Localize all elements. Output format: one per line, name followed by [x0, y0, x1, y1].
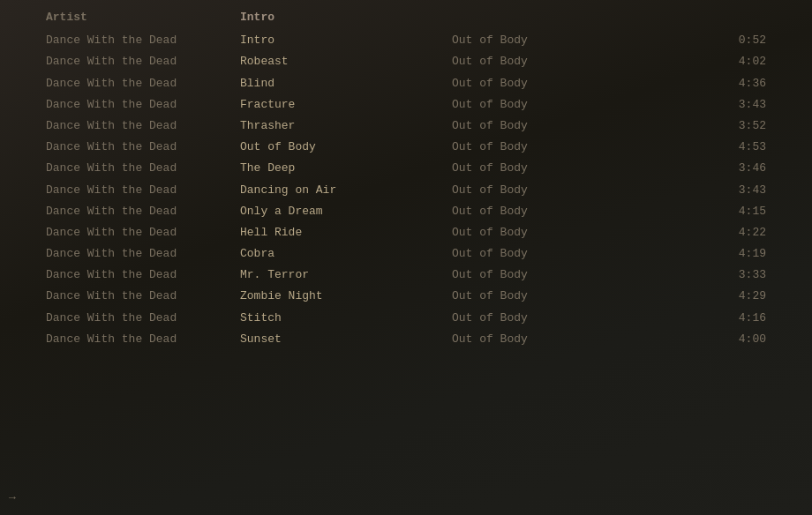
track-artist: Dance With the Dead: [46, 76, 240, 92]
track-duration: 4:22: [628, 225, 766, 241]
track-duration: 4:29: [628, 288, 766, 304]
track-artist: Dance With the Dead: [46, 139, 240, 155]
track-title: Mr. Terror: [240, 267, 452, 283]
track-title: Dancing on Air: [240, 183, 452, 198]
track-duration: 4:15: [628, 204, 766, 220]
track-title: Zombie Night: [240, 288, 452, 304]
track-artist: Dance With the Dead: [46, 332, 240, 347]
track-artist: Dance With the Dead: [46, 310, 240, 326]
track-title: Stitch: [240, 310, 452, 326]
track-title: Hell Ride: [240, 225, 452, 241]
track-artist: Dance With the Dead: [46, 118, 240, 134]
track-album: Out of Body: [452, 204, 628, 220]
header-artist: Artist: [46, 10, 240, 26]
track-title: Robeast: [240, 54, 452, 70]
track-artist: Dance With the Dead: [46, 54, 240, 70]
header-album: [452, 10, 628, 26]
track-artist: Dance With the Dead: [46, 160, 240, 176]
track-list: Artist Intro Dance With the DeadIntroOut…: [0, 0, 812, 357]
track-row[interactable]: Dance With the DeadOnly a DreamOut of Bo…: [0, 201, 812, 222]
track-artist: Dance With the Dead: [46, 97, 240, 113]
track-duration: 4:36: [628, 76, 766, 92]
track-artist: Dance With the Dead: [46, 288, 240, 304]
arrow-indicator: →: [9, 491, 16, 504]
track-list-header: Artist Intro: [0, 7, 812, 28]
track-duration: 3:46: [628, 160, 766, 176]
track-row[interactable]: Dance With the DeadThe DeepOut of Body3:…: [0, 158, 812, 179]
track-duration: 3:52: [628, 118, 766, 134]
track-duration: 4:53: [628, 139, 766, 155]
track-row[interactable]: Dance With the DeadDancing on AirOut of …: [0, 180, 812, 201]
header-duration: [628, 10, 766, 26]
track-artist: Dance With the Dead: [46, 246, 240, 262]
track-row[interactable]: Dance With the DeadZombie NightOut of Bo…: [0, 286, 812, 307]
track-album: Out of Body: [452, 310, 628, 326]
track-artist: Dance With the Dead: [46, 225, 240, 241]
track-title: Thrasher: [240, 118, 452, 134]
track-row[interactable]: Dance With the DeadSunsetOut of Body4:00: [0, 329, 812, 350]
track-album: Out of Body: [452, 246, 628, 262]
track-duration: 4:00: [628, 332, 766, 347]
track-duration: 3:33: [628, 267, 766, 283]
track-album: Out of Body: [452, 332, 628, 347]
track-title: Intro: [240, 33, 452, 49]
track-duration: 4:02: [628, 54, 766, 70]
track-title: Cobra: [240, 246, 452, 262]
track-row[interactable]: Dance With the DeadFractureOut of Body3:…: [0, 94, 812, 116]
track-title: Sunset: [240, 332, 452, 347]
track-album: Out of Body: [452, 33, 628, 49]
track-title: Blind: [240, 76, 452, 92]
track-album: Out of Body: [452, 225, 628, 241]
track-duration: 3:43: [628, 183, 766, 198]
track-duration: 3:43: [628, 97, 766, 113]
track-row[interactable]: Dance With the DeadMr. TerrorOut of Body…: [0, 265, 812, 286]
track-album: Out of Body: [452, 183, 628, 198]
track-album: Out of Body: [452, 76, 628, 92]
track-duration: 4:16: [628, 310, 766, 326]
track-duration: 0:52: [628, 33, 766, 49]
track-row[interactable]: Dance With the DeadThrasherOut of Body3:…: [0, 116, 812, 137]
track-row[interactable]: Dance With the DeadIntroOut of Body0:52: [0, 30, 812, 51]
track-title: The Deep: [240, 160, 452, 176]
track-row[interactable]: Dance With the DeadCobraOut of Body4:19: [0, 243, 812, 265]
track-row[interactable]: Dance With the DeadStitchOut of Body4:16: [0, 308, 812, 329]
track-row[interactable]: Dance With the DeadHell RideOut of Body4…: [0, 222, 812, 243]
track-artist: Dance With the Dead: [46, 267, 240, 283]
header-title: Intro: [240, 10, 452, 26]
track-row[interactable]: Dance With the DeadRobeastOut of Body4:0…: [0, 51, 812, 72]
track-title: Fracture: [240, 97, 452, 113]
track-row[interactable]: Dance With the DeadOut of BodyOut of Bod…: [0, 137, 812, 158]
track-artist: Dance With the Dead: [46, 33, 240, 49]
track-album: Out of Body: [452, 160, 628, 176]
track-artist: Dance With the Dead: [46, 183, 240, 198]
track-album: Out of Body: [452, 139, 628, 155]
track-album: Out of Body: [452, 97, 628, 113]
track-duration: 4:19: [628, 246, 766, 262]
track-album: Out of Body: [452, 267, 628, 283]
track-album: Out of Body: [452, 54, 628, 70]
track-artist: Dance With the Dead: [46, 204, 240, 220]
track-title: Only a Dream: [240, 204, 452, 220]
track-album: Out of Body: [452, 288, 628, 304]
track-row[interactable]: Dance With the DeadBlindOut of Body4:36: [0, 73, 812, 94]
track-album: Out of Body: [452, 118, 628, 134]
track-title: Out of Body: [240, 139, 452, 155]
